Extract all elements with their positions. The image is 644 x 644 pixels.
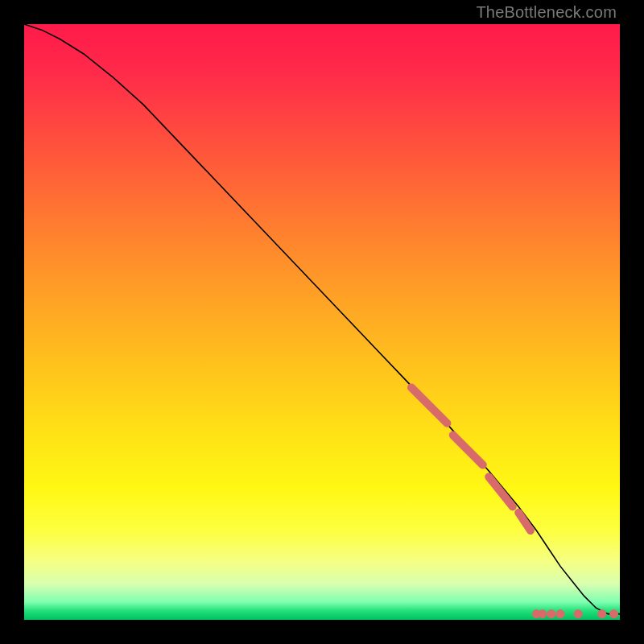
highlight-dot xyxy=(609,609,618,618)
plot-area xyxy=(24,24,620,620)
highlight-dot xyxy=(574,609,583,618)
chart-frame: TheBottleneck.com xyxy=(0,0,644,644)
highlight-dots xyxy=(532,609,618,618)
highlight-segment xyxy=(518,513,530,530)
highlight-segment xyxy=(489,477,513,506)
highlight-segment xyxy=(411,387,447,423)
highlight-segments xyxy=(411,387,530,530)
highlight-dot xyxy=(547,609,555,618)
chart-svg xyxy=(24,24,620,620)
highlight-dot xyxy=(556,609,565,618)
watermark-text: TheBottleneck.com xyxy=(476,3,617,22)
highlight-dot xyxy=(597,609,606,618)
highlight-dot xyxy=(538,609,547,618)
highlight-segment xyxy=(453,436,483,465)
